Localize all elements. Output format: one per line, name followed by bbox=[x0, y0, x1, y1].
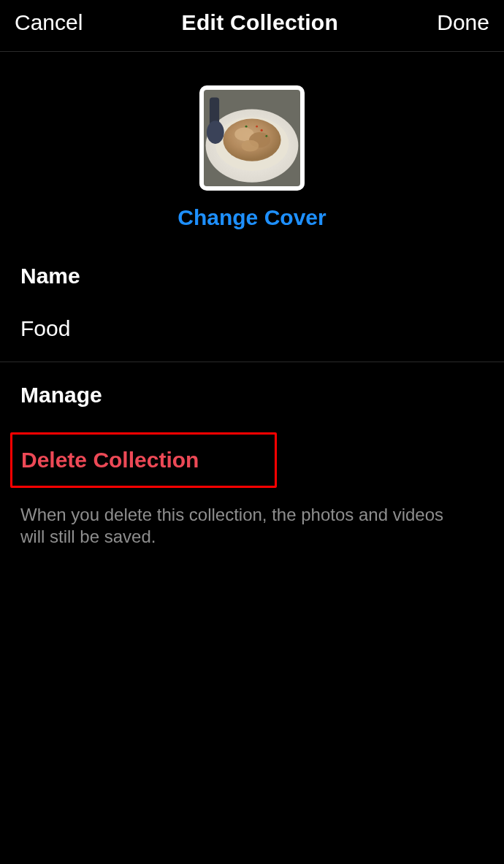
delete-collection-button[interactable]: Delete Collection bbox=[10, 432, 277, 488]
change-cover-button[interactable]: Change Cover bbox=[177, 205, 326, 230]
page-title: Edit Collection bbox=[182, 10, 339, 35]
name-section-label: Name bbox=[0, 237, 504, 288]
header-bar: Cancel Edit Collection Done bbox=[0, 0, 504, 52]
manage-section-label: Manage bbox=[0, 362, 504, 408]
cover-image-thumbnail bbox=[204, 90, 300, 186]
delete-hint-text: When you delete this collection, the pho… bbox=[0, 488, 467, 548]
collection-name-input[interactable] bbox=[0, 288, 504, 362]
done-button[interactable]: Done bbox=[437, 10, 489, 35]
cancel-button[interactable]: Cancel bbox=[15, 10, 83, 35]
svg-point-10 bbox=[265, 135, 267, 137]
svg-point-7 bbox=[261, 129, 263, 131]
cover-section: Change Cover bbox=[0, 52, 504, 237]
svg-point-8 bbox=[256, 126, 258, 128]
cover-image[interactable] bbox=[199, 85, 305, 191]
svg-point-12 bbox=[207, 121, 224, 144]
svg-point-6 bbox=[241, 140, 259, 152]
svg-point-9 bbox=[245, 126, 248, 128]
